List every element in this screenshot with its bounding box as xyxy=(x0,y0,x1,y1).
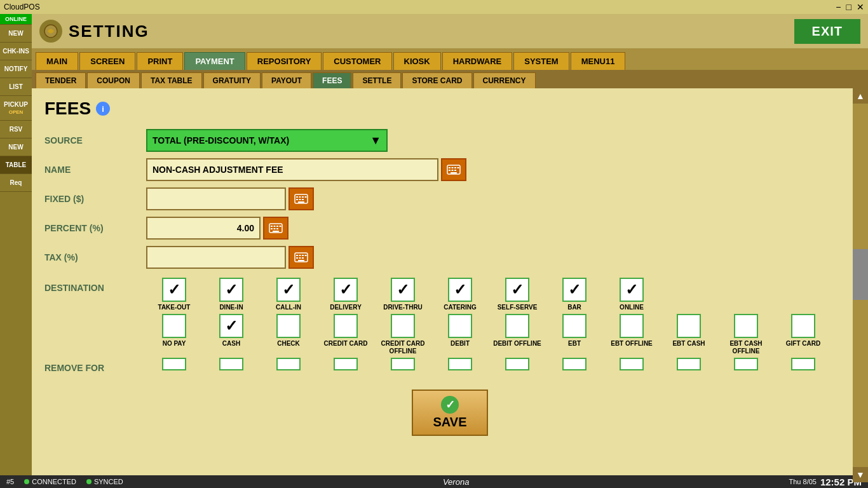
save-button[interactable]: ✓ SAVE xyxy=(412,390,488,436)
nav-tab-payment[interactable]: PAYMENT xyxy=(184,52,245,70)
remove-checkbox-ebt-cash-offline[interactable] xyxy=(734,358,758,370)
percent-row: PERCENT (%) xyxy=(44,217,855,240)
checkbox-no-pay[interactable] xyxy=(162,314,186,338)
fixed-keyboard-btn[interactable] xyxy=(288,187,314,210)
checkbox-check[interactable] xyxy=(276,314,301,338)
name-keyboard-btn[interactable] xyxy=(441,158,466,181)
remove-item-debit-offline xyxy=(489,358,545,370)
dest-label-drive-thru: DRIVE-THRU xyxy=(383,304,423,311)
remove-checkbox-ebt-offline[interactable] xyxy=(620,358,644,370)
checkbox-ebt-cash[interactable] xyxy=(677,314,701,338)
checkbox-delivery[interactable]: ✓ xyxy=(334,278,358,302)
nav-tab-customer[interactable]: CUSTOMER xyxy=(323,52,391,70)
checkbox-debit-offline[interactable] xyxy=(505,314,529,338)
tax-row: TAX (%) xyxy=(44,246,855,269)
remove-checkbox-debit-offline[interactable] xyxy=(505,358,529,370)
checkbox-self-serve[interactable]: ✓ xyxy=(505,278,529,302)
checkbox-online[interactable]: ✓ xyxy=(620,278,644,302)
svg-rect-17 xyxy=(302,199,304,200)
remove-checkbox-gift-card[interactable] xyxy=(791,358,815,370)
sidebar-item-online: ONLINE xyxy=(0,14,32,25)
sub-tab-settle[interactable]: SETTLE xyxy=(353,72,401,88)
sidebar-item-new[interactable]: NEW xyxy=(0,25,32,43)
nav-tab-repository[interactable]: REPOSITORY xyxy=(247,52,322,70)
nav-tab-screen[interactable]: SCREEN xyxy=(79,52,135,70)
remove-checkbox-credit-card[interactable] xyxy=(334,358,358,370)
checkbox-dine-in[interactable]: ✓ xyxy=(219,278,243,302)
checkbox-call-in[interactable]: ✓ xyxy=(276,278,301,302)
checkbox-cash[interactable]: ✓ xyxy=(219,314,243,338)
checkbox-ebt[interactable] xyxy=(562,314,587,338)
sidebar-item-table[interactable]: TABLE xyxy=(0,156,32,174)
scroll-up-btn[interactable]: ▲ xyxy=(853,88,868,104)
sidebar-item-notify[interactable]: NOTIFY xyxy=(0,60,32,78)
sidebar-item-rsv[interactable]: RSV xyxy=(0,121,32,139)
sub-tab-tender[interactable]: TENDER xyxy=(36,72,86,88)
sub-tab-currency[interactable]: CURRENCY xyxy=(473,72,536,88)
name-input[interactable] xyxy=(146,158,438,181)
remove-checkbox-debit[interactable] xyxy=(448,358,472,370)
exit-button[interactable]: EXIT xyxy=(794,19,860,44)
checkbox-credit-card[interactable] xyxy=(334,314,358,338)
remove-item-cash xyxy=(203,358,259,370)
dest-item-bar: ✓BAR xyxy=(546,278,602,311)
remove-checkbox-cash[interactable] xyxy=(219,358,243,370)
nav-tab-system[interactable]: SYSTEM xyxy=(513,52,569,70)
percent-keyboard-btn[interactable] xyxy=(263,217,288,240)
checkbox-bar[interactable]: ✓ xyxy=(562,278,587,302)
remove-checkbox-no-pay[interactable] xyxy=(162,358,186,370)
dest-label-take-out: TAKE-OUT xyxy=(158,304,191,311)
sidebar-item-new2[interactable]: NEW xyxy=(0,139,32,156)
sidebar-item-list[interactable]: LIST xyxy=(0,78,32,96)
remove-checkbox-ebt-cash[interactable] xyxy=(677,358,701,370)
sub-tab-fees[interactable]: FEES xyxy=(313,72,351,88)
checkbox-catering[interactable]: ✓ xyxy=(448,278,472,302)
checkbox-take-out[interactable]: ✓ xyxy=(162,278,186,302)
sub-tab-payout[interactable]: PAYOUT xyxy=(262,72,311,88)
sidebar-item-chkins[interactable]: CHK-INS xyxy=(0,43,32,60)
tax-input[interactable] xyxy=(146,246,286,269)
checkbox-debit[interactable] xyxy=(448,314,472,338)
source-dropdown[interactable]: TOTAL (PRE-DISCOUNT, W/TAX) ▼ xyxy=(146,129,388,152)
tax-keyboard-btn[interactable] xyxy=(288,246,314,269)
sub-tab-gratuity[interactable]: GRATUITY xyxy=(203,72,261,88)
scroll-thumb[interactable] xyxy=(853,249,868,300)
remove-for-items xyxy=(146,358,855,370)
nav-tab-kiosk[interactable]: KIOSK xyxy=(393,52,441,70)
sub-tab-tax-table[interactable]: TAX TABLE xyxy=(141,72,202,88)
window-controls[interactable]: − □ ✕ xyxy=(836,2,864,12)
minimize-btn[interactable]: − xyxy=(836,2,841,12)
nav-tab-print[interactable]: PRINT xyxy=(137,52,183,70)
checkbox-ebt-offline[interactable] xyxy=(620,314,644,338)
dest-item-debit: DEBIT xyxy=(432,314,488,355)
remove-item-ebt-cash-offline xyxy=(718,358,774,370)
maximize-btn[interactable]: □ xyxy=(846,2,851,12)
checkbox-credit-card-offline[interactable] xyxy=(391,314,415,338)
sidebar-item-pickup[interactable]: PICKUPOPEN xyxy=(0,96,32,121)
remove-checkbox-check[interactable] xyxy=(276,358,301,370)
nav-tab-hardware[interactable]: HARDWARE xyxy=(442,52,513,70)
datetime: Thu 8/05 12:52 PM xyxy=(789,477,862,487)
nav-tab-menu11[interactable]: MENU11 xyxy=(571,52,626,70)
checkbox-gift-card[interactable] xyxy=(791,314,815,338)
scroll-down-btn[interactable]: ▼ xyxy=(853,467,868,482)
nav-tab-main[interactable]: MAIN xyxy=(36,52,78,70)
dest-item-ebt-offline: EBT OFFLINE xyxy=(604,314,660,355)
checkbox-ebt-cash-offline[interactable] xyxy=(734,314,758,338)
dest-item-drive-thru: ✓DRIVE-THRU xyxy=(375,278,431,311)
close-btn[interactable]: ✕ xyxy=(857,2,864,12)
fixed-input[interactable] xyxy=(146,187,286,210)
svg-rect-25 xyxy=(274,228,276,229)
remove-checkbox-ebt[interactable] xyxy=(562,358,587,370)
checkbox-drive-thru[interactable]: ✓ xyxy=(391,278,415,302)
sub-tab-coupon[interactable]: COUPON xyxy=(87,72,140,88)
remove-item-check xyxy=(261,358,316,370)
nav-tabs: MAINSCREENPRINTPAYMENTREPOSITORYCUSTOMER… xyxy=(32,48,868,70)
info-icon[interactable]: i xyxy=(96,102,110,116)
sub-tab-store-card[interactable]: STORE CARD xyxy=(402,72,471,88)
percent-input[interactable] xyxy=(146,217,261,240)
remove-checkbox-credit-card-offline[interactable] xyxy=(391,358,415,370)
sidebar-item-req[interactable]: Req xyxy=(0,174,32,192)
save-check-icon: ✓ xyxy=(441,396,459,414)
synced-dot xyxy=(86,479,92,484)
